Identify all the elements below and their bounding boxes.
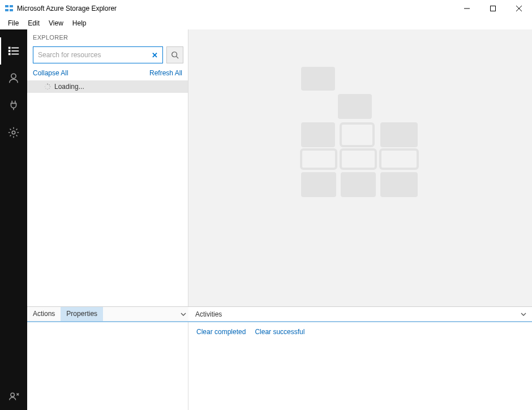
svg-rect-31	[301, 172, 336, 197]
svg-rect-0	[5, 5, 8, 7]
svg-point-24	[45, 88, 46, 89]
svg-point-22	[49, 88, 50, 89]
search-button[interactable]	[166, 46, 183, 63]
clear-completed-link[interactable]: Clear completed	[196, 328, 246, 404]
svg-point-23	[47, 89, 48, 90]
properties-body	[27, 322, 188, 410]
activity-connect-button[interactable]	[0, 92, 27, 119]
center-column: Activities Clear completed Clear success…	[188, 29, 532, 410]
chevron-down-icon	[521, 311, 526, 317]
svg-rect-28	[338, 94, 372, 119]
svg-rect-13	[11, 54, 19, 55]
left-tabs-chevron[interactable]	[178, 307, 188, 321]
content-area	[188, 29, 532, 306]
svg-rect-8	[8, 47, 11, 49]
svg-rect-30	[380, 122, 418, 147]
svg-rect-9	[11, 48, 19, 49]
tree-loading-label: Loading...	[54, 83, 84, 91]
svg-rect-34	[341, 123, 374, 146]
svg-rect-2	[5, 9, 8, 11]
menu-file[interactable]: File	[3, 18, 23, 29]
menu-edit[interactable]: Edit	[23, 18, 44, 29]
chevron-down-icon	[181, 311, 186, 317]
storage-logo-icon	[298, 67, 423, 203]
activity-account-button[interactable]	[0, 65, 27, 92]
plug-icon	[7, 99, 20, 112]
window-controls	[454, 0, 532, 17]
activities-header: Activities	[188, 306, 532, 322]
svg-point-19	[47, 84, 48, 85]
gear-icon	[7, 126, 20, 139]
tab-properties[interactable]: Properties	[61, 307, 103, 321]
app-icon	[5, 4, 14, 13]
activity-settings-button[interactable]	[0, 119, 27, 146]
svg-rect-10	[8, 50, 11, 52]
explorer-links: Collapse All Refresh All	[27, 66, 188, 80]
svg-point-17	[172, 52, 177, 57]
activity-feedback-button[interactable]	[0, 383, 27, 410]
svg-point-15	[12, 131, 15, 134]
search-input[interactable]	[33, 51, 147, 59]
svg-rect-37	[380, 150, 418, 169]
svg-rect-35	[301, 150, 336, 169]
svg-rect-33	[380, 172, 418, 197]
collapse-all-link[interactable]: Collapse All	[33, 69, 68, 77]
svg-rect-1	[10, 5, 13, 7]
left-column: EXPLORER ✕ Collapse All Refresh All	[27, 29, 188, 410]
svg-point-16	[11, 393, 14, 396]
svg-rect-29	[301, 122, 335, 147]
activities-label[interactable]: Activities	[194, 308, 223, 321]
menu-help[interactable]: Help	[68, 18, 91, 29]
clear-search-icon[interactable]: ✕	[147, 51, 162, 59]
explorer-panel: EXPLORER ✕ Collapse All Refresh All	[27, 29, 188, 306]
tree-loading-item: Loading...	[27, 80, 188, 93]
search-icon	[171, 51, 179, 59]
left-tabs: Actions Properties	[27, 306, 188, 322]
spinner-icon	[44, 83, 51, 90]
maximize-button[interactable]	[480, 0, 506, 17]
explorer-header: EXPLORER	[27, 29, 188, 44]
svg-rect-5	[491, 6, 496, 11]
refresh-all-link[interactable]: Refresh All	[149, 69, 182, 77]
titlebar: Microsoft Azure Storage Explorer	[0, 0, 532, 17]
svg-point-21	[50, 86, 51, 87]
svg-point-14	[11, 74, 16, 78]
menu-view[interactable]: View	[44, 18, 68, 29]
svg-point-26	[45, 84, 46, 86]
svg-point-20	[49, 84, 50, 86]
svg-point-25	[45, 86, 46, 87]
tab-actions[interactable]: Actions	[27, 307, 61, 321]
window-title: Microsoft Azure Storage Explorer	[17, 5, 454, 12]
main-container: EXPLORER ✕ Collapse All Refresh All	[0, 29, 532, 410]
search-row: ✕	[27, 44, 188, 66]
minimize-button[interactable]	[454, 0, 480, 17]
activity-explorer-button[interactable]	[0, 37, 27, 65]
feedback-icon	[7, 390, 20, 403]
clear-successful-link[interactable]: Clear successful	[255, 328, 304, 404]
close-button[interactable]	[506, 0, 532, 17]
activities-body: Clear completed Clear successful	[188, 322, 532, 410]
activities-chevron[interactable]	[518, 311, 529, 317]
svg-rect-12	[8, 53, 11, 55]
svg-rect-27	[301, 67, 335, 91]
menubar: File Edit View Help	[0, 17, 532, 29]
person-icon	[7, 72, 20, 84]
svg-line-18	[177, 57, 179, 59]
activity-bar	[0, 29, 27, 410]
explorer-icon	[7, 45, 20, 57]
svg-rect-3	[10, 9, 13, 11]
svg-rect-11	[11, 50, 19, 52]
svg-rect-32	[341, 172, 376, 197]
resource-tree: Loading...	[27, 80, 188, 306]
search-input-wrap[interactable]: ✕	[33, 46, 163, 63]
svg-rect-36	[341, 150, 376, 169]
